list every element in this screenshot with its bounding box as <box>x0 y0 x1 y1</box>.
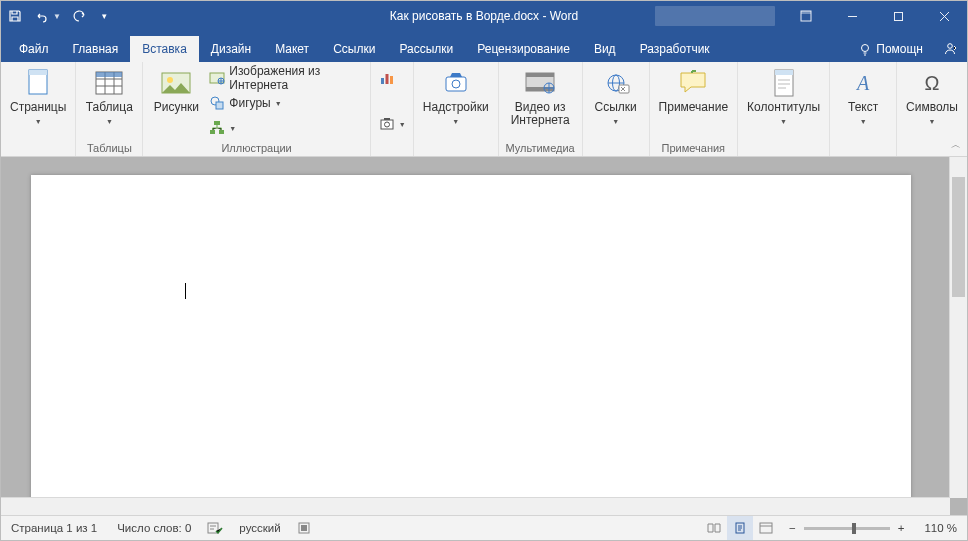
tell-me-label: Помощн <box>876 42 923 56</box>
video-icon <box>524 67 556 99</box>
zoom-in-button[interactable]: + <box>894 522 909 534</box>
tab-review[interactable]: Рецензирование <box>465 36 582 62</box>
close-button[interactable] <box>921 1 967 31</box>
tell-me-box[interactable]: Помощн <box>848 36 933 62</box>
read-mode-icon[interactable] <box>701 516 727 540</box>
zoom-level[interactable]: 110 % <box>914 516 967 540</box>
pages-label: Страницы <box>10 101 66 114</box>
svg-rect-24 <box>446 77 466 91</box>
svg-point-4 <box>948 44 953 49</box>
ribbon: Страницы ▼ Таблица ▼ Таблицы Рисунки <box>1 62 967 157</box>
group-illustrations: Рисунки Изображения из Интернета Фигуры … <box>143 62 371 156</box>
addins-button[interactable]: Надстройки ▼ <box>418 64 494 128</box>
tab-mailings[interactable]: Рассылки <box>387 36 465 62</box>
smartart-button[interactable]: ▼ <box>205 116 366 140</box>
tab-developer[interactable]: Разработчик <box>628 36 722 62</box>
comment-label: Примечание <box>659 101 728 114</box>
macro-icon[interactable] <box>291 516 317 540</box>
tab-design[interactable]: Дизайн <box>199 36 263 62</box>
links-button[interactable]: Ссылки ▼ <box>587 64 645 128</box>
chart-button[interactable] <box>375 66 410 90</box>
word-count[interactable]: Число слов: 0 <box>107 516 201 540</box>
online-video-button[interactable]: Видео из Интернета <box>503 64 578 127</box>
user-account-placeholder[interactable] <box>655 6 775 26</box>
svg-point-3 <box>862 45 869 52</box>
group-comments-label: Примечания <box>654 141 733 156</box>
group-tables-label: Таблицы <box>80 141 138 156</box>
tab-view[interactable]: Вид <box>582 36 628 62</box>
ribbon-options-icon[interactable] <box>783 1 829 31</box>
svg-rect-6 <box>29 70 47 75</box>
document-page[interactable] <box>31 175 911 515</box>
zoom-controls: − + <box>779 522 914 534</box>
pictures-label: Рисунки <box>154 101 199 114</box>
group-text: A Текст ▼ <box>830 62 897 156</box>
dropdown-icon: ▼ <box>399 121 406 128</box>
svg-rect-17 <box>219 130 224 134</box>
online-pictures-button[interactable]: Изображения из Интернета <box>205 66 366 90</box>
collapse-ribbon-icon[interactable]: ︿ <box>949 136 963 154</box>
maximize-button[interactable] <box>875 1 921 31</box>
zoom-slider[interactable] <box>804 527 890 530</box>
comment-button[interactable]: Примечание <box>654 64 733 114</box>
window-controls <box>655 1 967 31</box>
chart-icon <box>379 70 395 86</box>
comment-icon <box>677 67 709 99</box>
online-video-label: Видео из Интернета <box>508 101 573 127</box>
svg-rect-8 <box>96 72 122 77</box>
text-button[interactable]: A Текст ▼ <box>834 64 892 128</box>
page-indicator[interactable]: Страница 1 из 1 <box>1 516 107 540</box>
save-icon[interactable] <box>7 8 23 24</box>
ribbon-tabs: Файл Главная Вставка Дизайн Макет Ссылки… <box>1 31 967 62</box>
group-media: Видео из Интернета Мультимедиа <box>499 62 583 156</box>
pictures-button[interactable]: Рисунки <box>147 64 205 114</box>
table-button[interactable]: Таблица ▼ <box>80 64 138 128</box>
print-layout-icon[interactable] <box>727 516 753 540</box>
svg-text:A: A <box>855 72 870 94</box>
scrollbar-thumb[interactable] <box>952 177 965 297</box>
links-label: Ссылки <box>594 101 636 114</box>
dropdown-icon: ▼ <box>275 100 282 107</box>
minimize-button[interactable] <box>829 1 875 31</box>
quick-access-toolbar: ▼ ▾ <box>1 8 119 24</box>
symbols-button[interactable]: Ω Символы ▼ <box>901 64 963 128</box>
addins-icon <box>440 67 472 99</box>
horizontal-scrollbar[interactable] <box>1 497 950 515</box>
online-pictures-icon <box>209 70 225 86</box>
headerfooter-button[interactable]: Колонтитулы ▼ <box>742 64 825 128</box>
tab-layout[interactable]: Макет <box>263 36 321 62</box>
svg-rect-15 <box>214 121 220 125</box>
dropdown-icon: ▼ <box>106 115 113 128</box>
text-label: Текст <box>848 101 878 114</box>
vertical-scrollbar[interactable] <box>949 157 967 498</box>
tab-references[interactable]: Ссылки <box>321 36 387 62</box>
group-pages: Страницы ▼ <box>1 62 76 156</box>
redo-icon[interactable] <box>71 8 87 24</box>
share-button[interactable] <box>933 36 967 62</box>
text-icon: A <box>847 67 879 99</box>
group-links: Ссылки ▼ <box>583 62 650 156</box>
svg-rect-27 <box>526 73 554 77</box>
svg-rect-21 <box>381 120 393 129</box>
dropdown-icon: ▼ <box>612 115 619 128</box>
web-layout-icon[interactable] <box>753 516 779 540</box>
tab-insert[interactable]: Вставка <box>130 36 199 62</box>
undo-dropdown-icon[interactable]: ▼ <box>53 12 61 21</box>
group-chart: ▼ <box>371 62 414 156</box>
shapes-button[interactable]: Фигуры ▼ <box>205 91 366 115</box>
zoom-out-button[interactable]: − <box>785 522 800 534</box>
symbols-label: Символы <box>906 101 958 114</box>
tab-file[interactable]: Файл <box>7 36 61 62</box>
screenshot-button[interactable]: ▼ <box>375 112 410 136</box>
language-indicator[interactable]: русский <box>229 516 290 540</box>
shapes-label: Фигуры <box>229 96 270 110</box>
headerfooter-icon <box>768 67 800 99</box>
tab-home[interactable]: Главная <box>61 36 131 62</box>
qat-customize-icon[interactable]: ▾ <box>97 8 113 24</box>
undo-icon[interactable] <box>33 8 49 24</box>
spellcheck-icon[interactable] <box>201 516 229 540</box>
zoom-slider-thumb[interactable] <box>852 523 856 534</box>
pages-button[interactable]: Страницы ▼ <box>5 64 71 128</box>
group-addins: Надстройки ▼ <box>414 62 499 156</box>
page-icon <box>22 67 54 99</box>
